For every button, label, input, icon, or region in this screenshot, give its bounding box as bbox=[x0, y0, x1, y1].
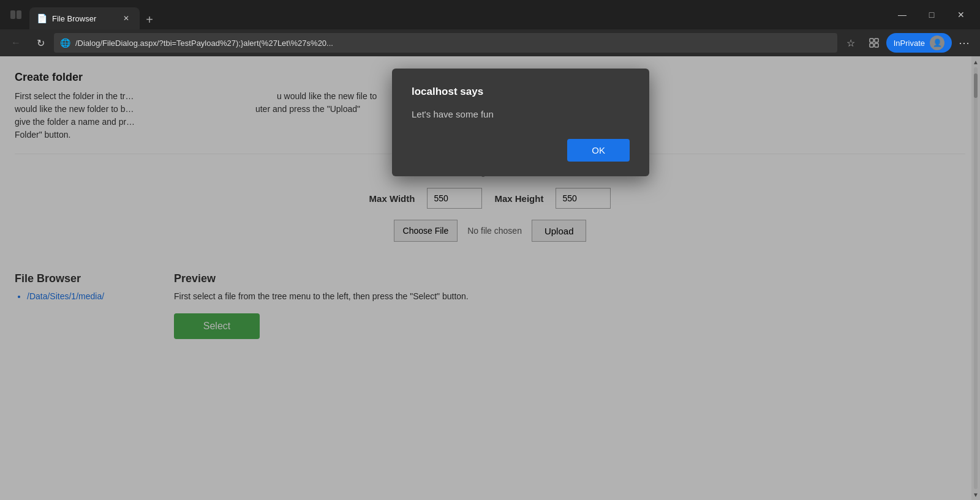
svg-rect-5 bbox=[875, 43, 878, 47]
modal-ok-button[interactable]: OK bbox=[567, 139, 630, 162]
profile-avatar: 👤 bbox=[930, 35, 944, 50]
title-bar: 📄 File Browser ✕ + — □ ✕ bbox=[0, 0, 980, 29]
maximize-button[interactable]: □ bbox=[918, 5, 946, 24]
favorites-button[interactable]: ☆ bbox=[840, 32, 862, 54]
modal-title: localhost says bbox=[412, 86, 630, 98]
address-bar[interactable]: 🌐 /Dialog/FileDialog.aspx/?tbi=TestPaylo… bbox=[54, 33, 837, 53]
window-controls: — □ ✕ bbox=[888, 5, 975, 24]
address-text: /Dialog/FileDialog.aspx/?tbi=TestPayload… bbox=[75, 39, 831, 48]
inprivate-label: InPrivate bbox=[894, 39, 925, 48]
modal-overlay: localhost says Let's have some fun OK bbox=[0, 56, 980, 500]
close-button[interactable]: ✕ bbox=[947, 5, 975, 24]
modal-button-row: OK bbox=[412, 139, 630, 162]
svg-rect-0 bbox=[10, 10, 15, 19]
nav-actions: ☆ InPrivate 👤 ⋯ bbox=[840, 32, 975, 54]
minimize-button[interactable]: — bbox=[888, 5, 916, 24]
tab-close-button[interactable]: ✕ bbox=[120, 12, 132, 24]
page-area: Create folder First select the folder in… bbox=[0, 56, 980, 500]
back-button[interactable]: ← bbox=[5, 32, 27, 54]
tab-title: File Browser bbox=[52, 14, 115, 23]
modal-message: Let's have some fun bbox=[412, 109, 630, 119]
tab-area: 📄 File Browser ✕ + bbox=[29, 0, 886, 29]
inprivate-button[interactable]: InPrivate 👤 bbox=[886, 33, 952, 53]
sidebar-toggle-button[interactable] bbox=[5, 4, 27, 26]
modal-dialog: localhost says Let's have some fun OK bbox=[392, 69, 649, 176]
title-bar-left bbox=[5, 4, 27, 26]
active-tab[interactable]: 📄 File Browser ✕ bbox=[29, 7, 140, 29]
svg-rect-4 bbox=[870, 43, 873, 47]
globe-icon: 🌐 bbox=[60, 38, 70, 48]
svg-rect-1 bbox=[17, 10, 21, 19]
refresh-button[interactable]: ↻ bbox=[29, 32, 51, 54]
svg-rect-2 bbox=[870, 39, 873, 42]
svg-rect-3 bbox=[875, 39, 878, 42]
tab-icon: 📄 bbox=[37, 13, 47, 23]
new-tab-button[interactable]: + bbox=[140, 10, 159, 29]
nav-bar: ← ↻ 🌐 /Dialog/FileDialog.aspx/?tbi=TestP… bbox=[0, 29, 980, 56]
collections-button[interactable] bbox=[863, 32, 885, 54]
more-options-button[interactable]: ⋯ bbox=[953, 32, 975, 54]
